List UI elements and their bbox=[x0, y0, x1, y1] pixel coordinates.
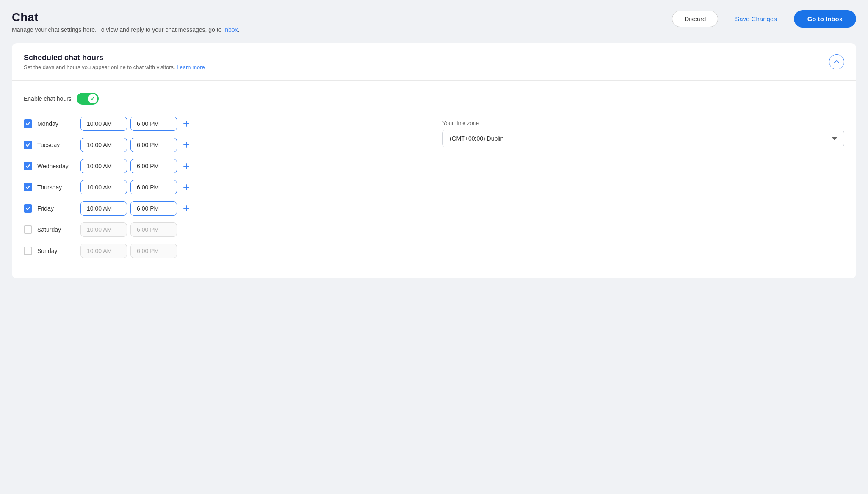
time-inputs bbox=[80, 222, 177, 237]
add-time-slot-monday[interactable] bbox=[180, 118, 192, 130]
time-inputs bbox=[80, 244, 177, 258]
goto-inbox-button[interactable]: Go to Inbox bbox=[794, 10, 856, 28]
day-checkbox-wednesday[interactable] bbox=[24, 162, 32, 170]
start-time-thursday[interactable] bbox=[80, 180, 127, 194]
schedule-grid: MondayTuesdayWednesdayThursdayFridaySatu… bbox=[24, 117, 844, 265]
add-time-slot-wednesday[interactable] bbox=[180, 160, 192, 172]
toggle-check-icon: ✓ bbox=[91, 96, 95, 102]
toggle-track: ✓ bbox=[77, 93, 99, 105]
start-time-wednesday[interactable] bbox=[80, 159, 127, 173]
add-time-slot-thursday[interactable] bbox=[180, 181, 192, 193]
page-subtitle: Manage your chat settings here. To view … bbox=[12, 26, 240, 33]
day-name-thursday: Thursday bbox=[37, 184, 75, 191]
start-time-tuesday[interactable] bbox=[80, 138, 127, 152]
toggle-label: Enable chat hours bbox=[24, 95, 72, 102]
day-checkbox-saturday[interactable] bbox=[24, 225, 32, 234]
plus-icon bbox=[182, 183, 190, 191]
header-left: Chat Manage your chat settings here. To … bbox=[12, 10, 240, 33]
check-icon bbox=[25, 121, 30, 126]
time-inputs bbox=[80, 117, 192, 131]
inbox-link[interactable]: Inbox bbox=[223, 26, 238, 33]
toggle-row: Enable chat hours ✓ bbox=[24, 93, 844, 105]
plus-icon bbox=[182, 162, 190, 170]
day-row: Friday bbox=[24, 201, 426, 216]
plus-icon bbox=[182, 120, 190, 128]
plus-icon bbox=[182, 141, 190, 149]
card-subtitle: Set the days and hours you appear online… bbox=[24, 64, 205, 70]
check-icon bbox=[25, 206, 30, 211]
page-header: Chat Manage your chat settings here. To … bbox=[12, 10, 856, 33]
day-name-tuesday: Tuesday bbox=[37, 142, 75, 148]
add-time-slot-tuesday[interactable] bbox=[180, 139, 192, 151]
check-icon bbox=[25, 142, 30, 147]
time-inputs bbox=[80, 138, 192, 152]
toggle-thumb: ✓ bbox=[88, 94, 97, 103]
day-name-sunday: Sunday bbox=[37, 247, 75, 254]
collapse-button[interactable] bbox=[829, 54, 844, 69]
page-wrapper: Chat Manage your chat settings here. To … bbox=[0, 0, 868, 494]
day-checkbox-sunday[interactable] bbox=[24, 247, 32, 255]
discard-button[interactable]: Discard bbox=[672, 11, 718, 27]
card-header-left: Scheduled chat hours Set the days and ho… bbox=[24, 53, 205, 70]
time-inputs bbox=[80, 201, 192, 216]
start-time-friday[interactable] bbox=[80, 201, 127, 216]
card-subtitle-text: Set the days and hours you appear online… bbox=[24, 64, 175, 70]
end-time-monday[interactable] bbox=[130, 117, 177, 131]
day-name-wednesday: Wednesday bbox=[37, 163, 75, 169]
end-time-tuesday[interactable] bbox=[130, 138, 177, 152]
time-inputs bbox=[80, 159, 192, 173]
day-row: Tuesday bbox=[24, 138, 426, 152]
save-changes-button[interactable]: Save Changes bbox=[723, 11, 788, 27]
check-icon bbox=[25, 164, 30, 169]
card-body: Enable chat hours ✓ MondayTuesdayWednesd… bbox=[12, 81, 856, 278]
start-time-saturday bbox=[80, 222, 127, 237]
check-icon bbox=[25, 185, 30, 190]
add-time-slot-friday[interactable] bbox=[180, 203, 192, 214]
end-time-saturday bbox=[130, 222, 177, 237]
card-header: Scheduled chat hours Set the days and ho… bbox=[12, 43, 856, 81]
page-title: Chat bbox=[12, 10, 240, 25]
day-row: Sunday bbox=[24, 244, 426, 258]
day-checkbox-monday[interactable] bbox=[24, 119, 32, 128]
subtitle-text: Manage your chat settings here. To view … bbox=[12, 26, 221, 33]
card-title: Scheduled chat hours bbox=[24, 53, 205, 62]
chevron-up-icon bbox=[833, 58, 840, 65]
learn-more-link[interactable]: Learn more bbox=[177, 64, 205, 70]
day-checkbox-thursday[interactable] bbox=[24, 183, 32, 191]
end-time-thursday[interactable] bbox=[130, 180, 177, 194]
day-name-saturday: Saturday bbox=[37, 226, 75, 233]
time-inputs bbox=[80, 180, 192, 194]
day-checkbox-tuesday[interactable] bbox=[24, 141, 32, 149]
day-row: Thursday bbox=[24, 180, 426, 194]
timezone-select[interactable]: (GMT+00:00) Dublin bbox=[442, 130, 844, 147]
day-row: Monday bbox=[24, 117, 426, 131]
day-checkbox-friday[interactable] bbox=[24, 204, 32, 213]
chat-hours-card: Scheduled chat hours Set the days and ho… bbox=[12, 43, 856, 278]
day-name-monday: Monday bbox=[37, 120, 75, 127]
day-row: Saturday bbox=[24, 222, 426, 237]
end-time-wednesday[interactable] bbox=[130, 159, 177, 173]
header-actions: Discard Save Changes Go to Inbox bbox=[672, 10, 856, 28]
plus-icon bbox=[182, 205, 190, 212]
day-name-friday: Friday bbox=[37, 205, 75, 212]
start-time-sunday bbox=[80, 244, 127, 258]
schedule-days: MondayTuesdayWednesdayThursdayFridaySatu… bbox=[24, 117, 426, 265]
timezone-section: Your time zone (GMT+00:00) Dublin bbox=[442, 117, 844, 265]
end-time-friday[interactable] bbox=[130, 201, 177, 216]
end-time-sunday bbox=[130, 244, 177, 258]
timezone-label: Your time zone bbox=[442, 120, 844, 126]
enable-chat-hours-toggle[interactable]: ✓ bbox=[77, 93, 99, 105]
start-time-monday[interactable] bbox=[80, 117, 127, 131]
day-row: Wednesday bbox=[24, 159, 426, 173]
